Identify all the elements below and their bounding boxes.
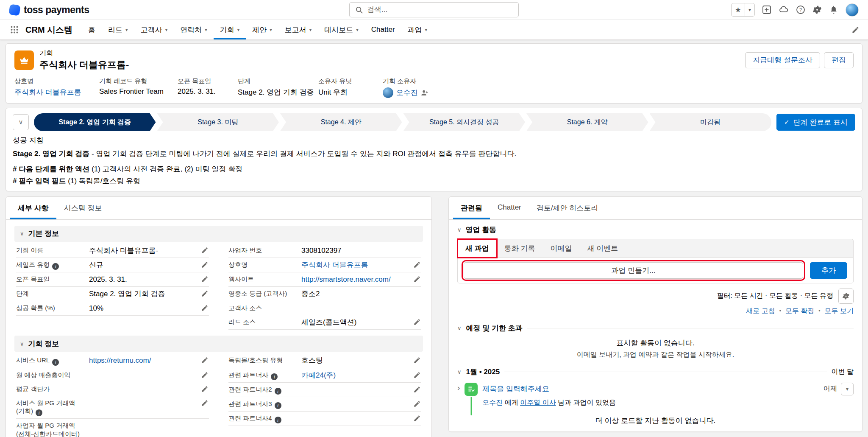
expand-chevron-icon[interactable]: › (457, 384, 460, 392)
global-search[interactable] (349, 2, 519, 17)
nav-tab-7[interactable]: 대시보드▾ (318, 20, 365, 39)
nav-tab-1[interactable]: 리드▾ (102, 20, 134, 39)
nav-tab-8[interactable]: Chatter (365, 20, 401, 39)
create-task-input[interactable]: 과업 만들기... (464, 262, 803, 279)
details-tab-0[interactable]: 세부 사항 (10, 197, 56, 219)
user-avatar[interactable] (846, 3, 859, 17)
info-icon[interactable]: i (275, 388, 281, 395)
activity-link-0[interactable]: 새로 고침 (746, 307, 775, 316)
info-icon[interactable]: i (52, 359, 59, 366)
help-icon[interactable]: ? (796, 5, 805, 14)
upcoming-overdue-header[interactable]: ∨ 예정 및 기한 초과 (457, 323, 854, 333)
path-stage-0[interactable]: Stage 2. 영업 기회 검증 (34, 113, 156, 131)
timeline-desc-link[interactable]: 이주열 이사 (520, 399, 556, 406)
field-value-link[interactable]: 주식회사 더블유프롬 (301, 261, 368, 269)
edit-pencil-icon[interactable] (200, 371, 209, 379)
edit-pencil-icon[interactable] (200, 385, 209, 393)
change-owner-icon[interactable] (421, 89, 428, 96)
path-stage-2[interactable]: Stage 4. 제안 (280, 113, 402, 131)
activity-link-1[interactable]: 모두 확장 (785, 307, 814, 316)
favorites-caret-icon[interactable]: ▾ (745, 3, 754, 16)
notifications-bell-icon[interactable] (829, 5, 838, 14)
nav-tab-4[interactable]: 기회▾ (214, 20, 246, 39)
highlight-value-link[interactable]: 주식회사 더블유프롬 (14, 87, 81, 97)
chevron-down-icon[interactable]: ▾ (425, 27, 428, 33)
path-collapse-chevron-icon[interactable]: ∨ (13, 114, 29, 130)
nav-tab-2[interactable]: 고객사▾ (134, 20, 174, 39)
related-tab-0[interactable]: 관련됨 (453, 197, 490, 219)
edit-pencil-icon[interactable] (413, 400, 421, 408)
edit-pencil-icon[interactable] (200, 275, 209, 283)
related-tab-2[interactable]: 검토/제안 히스토리 (529, 197, 606, 219)
details-tab-1[interactable]: 시스템 정보 (56, 197, 110, 219)
owner-avatar[interactable] (383, 87, 393, 98)
svg-text:?: ? (799, 7, 802, 12)
edit-pencil-icon[interactable] (413, 371, 421, 379)
nav-tab-9[interactable]: 과업▾ (401, 20, 434, 39)
activity-subtab-3[interactable]: 새 이벤트 (579, 239, 626, 258)
chevron-down-icon[interactable]: ▾ (356, 27, 359, 33)
info-icon[interactable]: i (36, 409, 42, 416)
edit-pencil-icon[interactable] (200, 289, 209, 298)
activity-link-2[interactable]: 모두 보기 (825, 307, 854, 316)
chevron-down-icon[interactable]: ▾ (125, 27, 128, 33)
activity-subtab-0[interactable]: 새 과업 (458, 239, 497, 258)
info-icon[interactable]: i (275, 417, 281, 423)
cloud-icon[interactable] (779, 5, 789, 15)
activity-filter-gear-icon[interactable] (838, 289, 854, 304)
edit-pencil-icon[interactable] (200, 304, 209, 312)
edit-pencil-icon[interactable] (413, 414, 421, 423)
nav-edit-pencil-icon[interactable] (851, 20, 862, 39)
path-stage-4[interactable]: Stage 6. 계약 (526, 113, 648, 131)
related-tab-1[interactable]: Chatter (490, 197, 529, 219)
app-launcher-plus-icon[interactable] (762, 5, 771, 14)
nav-tab-5[interactable]: 제안▾ (246, 20, 278, 39)
activity-subtab-2[interactable]: 이메일 (542, 239, 579, 258)
edit-pencil-icon[interactable] (413, 356, 421, 364)
search-input[interactable] (367, 6, 513, 14)
edit-pencil-icon[interactable] (413, 318, 421, 326)
search-icon (355, 6, 363, 14)
field-value-link[interactable]: http://smartstore.naver.com/ (301, 275, 391, 283)
section-header-1[interactable]: ∨기회 정보 (14, 336, 423, 352)
edit-pencil-icon[interactable] (200, 356, 209, 364)
path-stage-1[interactable]: Stage 3. 미팅 (157, 113, 279, 131)
info-icon[interactable]: i (271, 373, 278, 380)
edit-pencil-icon[interactable] (413, 275, 421, 283)
owner-link[interactable]: 오수진 (396, 88, 418, 98)
nav-tab-6[interactable]: 보고서▾ (278, 20, 318, 39)
activity-section-header[interactable]: ∨ 영업 활동 (457, 225, 854, 235)
record-action-button-1[interactable]: 편집 (824, 52, 854, 68)
edit-pencil-icon[interactable] (413, 385, 421, 394)
path-stage-3[interactable]: Stage 5. 의사결정 성공 (403, 113, 526, 131)
setup-gear-icon[interactable] (812, 5, 822, 14)
chevron-down-icon[interactable]: ▾ (165, 27, 168, 33)
field-value-link[interactable]: 카페24(주) (301, 371, 336, 379)
chevron-down-icon[interactable]: ▾ (205, 27, 207, 33)
section-header-0[interactable]: ∨기본 정보 (14, 226, 423, 242)
chevron-down-icon[interactable]: ▾ (270, 27, 272, 33)
favorites-star-icon[interactable]: ★ (732, 3, 745, 16)
add-task-button[interactable]: 추가 (810, 262, 847, 279)
edit-pencil-icon[interactable] (200, 399, 209, 407)
nav-tab-0[interactable]: 홈 (82, 20, 102, 39)
chevron-down-icon[interactable]: ▾ (237, 27, 240, 33)
task-title-link[interactable]: 제목을 입력해주세요 (482, 384, 549, 394)
nav-tab-3[interactable]: 연락처▾ (174, 20, 214, 39)
info-icon[interactable]: i (52, 263, 59, 270)
mark-stage-complete-button[interactable]: ✓ 단계 완료로 표시 (776, 114, 855, 131)
app-launcher-waffle-icon[interactable] (6, 20, 23, 39)
edit-pencil-icon[interactable] (413, 261, 421, 269)
record-action-button-0[interactable]: 지급대행 설문조사 (745, 52, 820, 68)
timeline-desc-link[interactable]: 오수진 (482, 399, 503, 406)
favorites-control[interactable]: ★ ▾ (731, 3, 755, 17)
edit-pencil-icon[interactable] (200, 261, 209, 269)
month-header[interactable]: ∨ 1월 • 2025 이번 달 (457, 367, 854, 377)
chevron-down-icon[interactable]: ▾ (309, 27, 312, 33)
field-value-link[interactable]: https://returnu.com/ (89, 356, 151, 364)
info-icon[interactable]: i (275, 402, 281, 409)
edit-pencil-icon[interactable] (200, 246, 209, 255)
task-actions-caret-icon[interactable]: ▾ (841, 383, 854, 395)
path-stage-5[interactable]: 마감됨 (650, 113, 772, 131)
activity-subtab-1[interactable]: 통화 기록 (497, 239, 543, 258)
